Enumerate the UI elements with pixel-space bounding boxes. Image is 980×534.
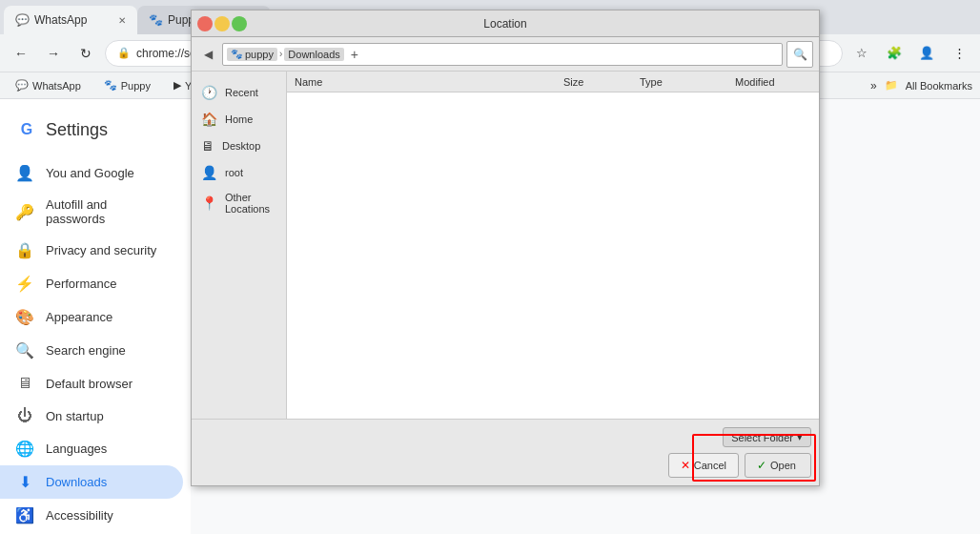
dialog-toolbar: ◀ 🐾 puppy › Downloads + 🔍 (192, 37, 819, 72)
cancel-button[interactable]: ✕ Cancel (668, 453, 739, 478)
sidebar-recent-label: Recent (225, 87, 258, 98)
dialog-back-button[interactable]: ◀ (197, 44, 218, 65)
column-size: Size (563, 76, 621, 88)
puppy-crumb-icon: 🐾 (231, 49, 242, 59)
sidebar-other-locations[interactable]: 📍 Other Locations (192, 186, 286, 220)
dialog-close-button[interactable] (197, 16, 213, 31)
dialog-overlay: Location ◀ 🐾 puppy › Downloads + 🔍 (0, 0, 980, 534)
breadcrumb-puppy[interactable]: 🐾 puppy (227, 48, 277, 61)
breadcrumb-bar: 🐾 puppy › Downloads + (222, 43, 783, 66)
dialog-body: 🕐 Recent 🏠 Home 🖥 Desktop 👤 root 📍 (192, 72, 819, 419)
dialog-minimize-button[interactable] (214, 16, 230, 31)
file-dialog: Location ◀ 🐾 puppy › Downloads + 🔍 (191, 10, 820, 486)
sidebar-home-label: Home (225, 113, 253, 125)
sidebar-home[interactable]: 🏠 Home (192, 106, 286, 133)
breadcrumb-add-button[interactable]: + (346, 46, 363, 63)
dialog-title: Location (247, 17, 764, 31)
open-label: Open (770, 460, 796, 471)
dialog-sidebar: 🕐 Recent 🏠 Home 🖥 Desktop 👤 root 📍 (192, 72, 287, 419)
breadcrumb-downloads[interactable]: Downloads (284, 48, 343, 61)
footer-actions: ✕ Cancel ✓ Open (668, 453, 811, 478)
root-icon: 👤 (201, 165, 217, 180)
sidebar-desktop-label: Desktop (222, 140, 260, 152)
breadcrumb-puppy-label: puppy (245, 49, 274, 60)
cancel-label: Cancel (694, 460, 726, 471)
file-list-area (287, 92, 819, 419)
file-list-header: Name Size Type Modified (287, 72, 819, 92)
sidebar-other-label: Other Locations (225, 192, 276, 215)
select-folder-button[interactable]: Select Folder ▾ (723, 427, 811, 447)
other-locations-icon: 📍 (201, 195, 217, 211)
recent-icon: 🕐 (201, 85, 217, 100)
cancel-x-icon: ✕ (681, 459, 690, 472)
dialog-file-panel: Name Size Type Modified (287, 72, 819, 419)
desktop-icon: 🖥 (201, 138, 214, 154)
column-type: Type (640, 76, 716, 88)
column-name: Name (295, 76, 544, 88)
home-icon: 🏠 (201, 112, 217, 127)
sidebar-recent[interactable]: 🕐 Recent (192, 79, 286, 106)
sidebar-desktop[interactable]: 🖥 Desktop (192, 133, 286, 159)
open-button[interactable]: ✓ Open (745, 453, 811, 478)
dialog-search-icon: 🔍 (793, 48, 807, 61)
breadcrumb-downloads-label: Downloads (288, 49, 339, 60)
dialog-maximize-button[interactable] (232, 16, 247, 31)
column-modified: Modified (735, 76, 811, 88)
window-buttons (197, 16, 247, 31)
select-folder-arrow-icon: ▾ (797, 431, 803, 443)
sidebar-root[interactable]: 👤 root (192, 159, 286, 186)
open-check-icon: ✓ (757, 459, 766, 472)
breadcrumb-separator: › (279, 49, 282, 59)
dialog-footer: Select Folder ▾ ✕ Cancel ✓ Open (192, 419, 819, 485)
sidebar-root-label: root (225, 167, 243, 178)
dialog-titlebar: Location (192, 10, 819, 37)
dialog-search-button[interactable]: 🔍 (786, 41, 813, 68)
select-folder-label: Select Folder (731, 432, 793, 443)
